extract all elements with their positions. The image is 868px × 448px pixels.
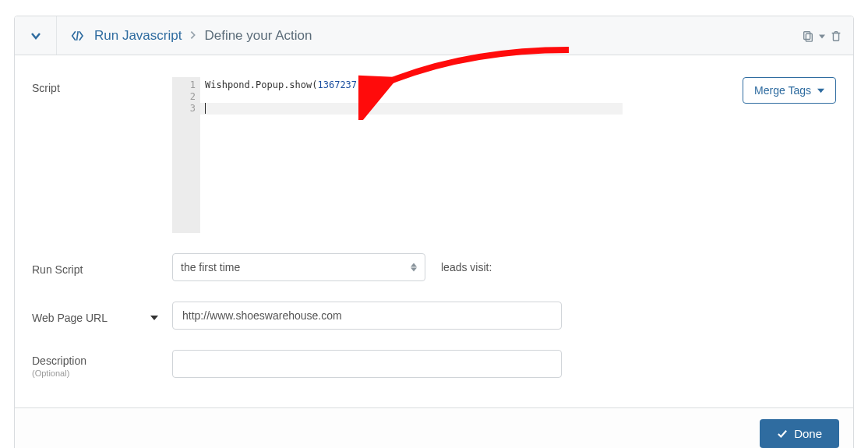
copy-dropdown-caret-icon[interactable] bbox=[819, 30, 825, 42]
run-script-select[interactable]: the first time bbox=[172, 253, 425, 281]
action-panel: Run Javascript Define your Action bbox=[14, 16, 854, 448]
done-button[interactable]: Done bbox=[760, 419, 839, 448]
panel-body: Script 1 2 3 Wishpond.Popup.show(1367237… bbox=[15, 55, 853, 407]
description-label: Description (Optional) bbox=[32, 350, 172, 378]
chevron-right-icon bbox=[189, 28, 196, 44]
svg-rect-2 bbox=[806, 34, 812, 41]
copy-icon[interactable] bbox=[802, 30, 814, 42]
panel-header: Run Javascript Define your Action bbox=[15, 16, 853, 55]
url-type-dropdown-icon[interactable] bbox=[150, 312, 158, 324]
check-icon bbox=[777, 429, 788, 439]
caret-down-icon bbox=[817, 84, 824, 97]
trash-icon[interactable] bbox=[830, 30, 842, 42]
editor-cursor bbox=[205, 103, 206, 114]
svg-marker-10 bbox=[150, 316, 158, 320]
merge-tags-label: Merge Tags bbox=[754, 84, 811, 97]
editor-code-area[interactable]: Wishpond.Popup.show(1367237); bbox=[200, 77, 623, 233]
svg-marker-9 bbox=[411, 268, 417, 272]
code-icon bbox=[71, 30, 86, 42]
run-script-label: Run Script bbox=[32, 259, 172, 276]
svg-line-0 bbox=[77, 31, 79, 41]
done-label: Done bbox=[794, 427, 822, 440]
svg-marker-7 bbox=[817, 89, 824, 93]
breadcrumb-current: Define your Action bbox=[204, 28, 312, 44]
chevron-down-icon bbox=[30, 30, 41, 41]
svg-marker-8 bbox=[411, 263, 417, 267]
run-script-value: the first time bbox=[181, 261, 240, 273]
merge-tags-button[interactable]: Merge Tags bbox=[743, 77, 836, 104]
collapse-toggle[interactable] bbox=[15, 16, 57, 55]
script-label: Script bbox=[32, 77, 172, 94]
leads-visit-label: leads visit: bbox=[441, 261, 492, 273]
panel-footer: Done bbox=[15, 407, 853, 448]
breadcrumb-link[interactable]: Run Javascript bbox=[94, 28, 182, 44]
url-input[interactable] bbox=[172, 302, 562, 330]
select-stepper-icon bbox=[411, 263, 417, 272]
svg-marker-3 bbox=[819, 34, 825, 38]
editor-gutter: 1 2 3 bbox=[172, 77, 200, 233]
breadcrumb: Run Javascript Define your Action bbox=[57, 28, 312, 44]
description-input[interactable] bbox=[172, 350, 562, 378]
svg-rect-1 bbox=[804, 31, 810, 39]
url-label: Web Page URL bbox=[32, 307, 172, 324]
script-editor[interactable]: 1 2 3 Wishpond.Popup.show(1367237); bbox=[172, 77, 623, 233]
